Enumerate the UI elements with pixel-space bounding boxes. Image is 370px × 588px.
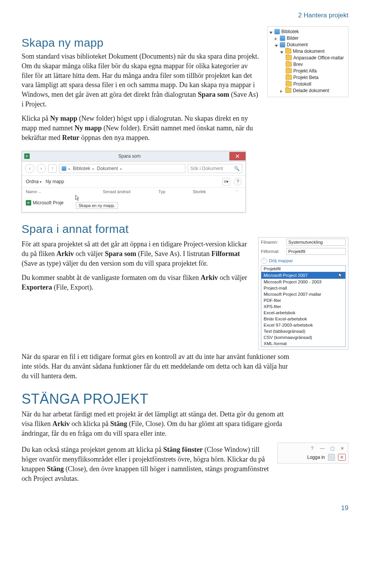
search-placeholder: Sök i Dokument	[190, 166, 223, 171]
twisty-icon[interactable]	[275, 36, 278, 40]
cursor-icon	[75, 195, 80, 201]
text-bold: Arkiv	[52, 420, 70, 428]
page-number: 19	[22, 504, 348, 512]
format-option[interactable]: Excel 97-2003-arbetsbok	[261, 322, 345, 328]
search-icon: 🔍	[234, 166, 240, 171]
tooltip: Skapa en ny mapp.	[76, 202, 118, 209]
help-icon[interactable]: ?	[234, 178, 242, 185]
para: För att spara projektet så att det går a…	[22, 239, 251, 268]
folder-icon	[286, 62, 292, 67]
folder-icon	[286, 75, 292, 80]
tree-item[interactable]: Bilder	[287, 35, 299, 41]
hide-folders-button[interactable]: ⌃Dölj mappar	[259, 256, 348, 265]
twisty-icon[interactable]	[275, 43, 278, 46]
folder-icon	[285, 49, 291, 54]
breadcrumb[interactable]: ▸ Bibliotek ▸ Dokument ▸	[59, 164, 185, 173]
tree-root[interactable]: Bibliotek	[281, 29, 299, 34]
text: öppnas den nya mappen.	[79, 134, 150, 142]
chevron-icon: ▸	[92, 167, 94, 171]
cursor-icon	[338, 273, 343, 278]
format-option[interactable]: XML-format	[261, 340, 345, 347]
tree-item[interactable]: Projekt Alfa	[293, 68, 317, 74]
text-bold: Stäng fönster	[163, 446, 203, 453]
format-option[interactable]: Text (tabbavgränsad)	[261, 328, 345, 334]
folder-icon	[285, 88, 291, 93]
text-bold: Spara som	[198, 91, 229, 98]
tree-item[interactable]: Projekt Beta	[293, 75, 318, 80]
nav-pane-label: Microsoft Proje	[33, 200, 64, 206]
file-format-panel: Filnamn: Systemutveckling Filformat: Pro…	[258, 237, 348, 350]
heading-stanga-projekt: STÄNGA PROJEKT	[22, 391, 348, 407]
minimize-icon[interactable]: —	[319, 445, 326, 452]
tree-item[interactable]: Brev	[293, 62, 303, 67]
up-button[interactable]: ↑	[48, 164, 57, 173]
back-button[interactable]: ‹	[25, 164, 34, 173]
format-option[interactable]: Microsoft Project 2000 - 2003	[261, 279, 345, 285]
column-headers[interactable]: Namn Senast ändrad Typ Storlek ⌃	[22, 188, 246, 195]
col-size[interactable]: Storlek	[193, 189, 230, 194]
filename-field[interactable]: Systemutveckling	[286, 239, 346, 246]
view-button[interactable]: ≡▾	[222, 178, 230, 185]
documents-icon	[280, 42, 285, 47]
scroll-up-icon[interactable]: ⌃	[232, 189, 242, 194]
nav-pane-item[interactable]: P Microsoft Proje	[26, 197, 72, 209]
tree-item[interactable]: Protokoll	[293, 81, 311, 87]
tree-item[interactable]: Delade dokument	[293, 88, 329, 93]
organize-button[interactable]: Ordna	[26, 179, 42, 184]
forward-button[interactable]: ›	[37, 164, 46, 173]
fileformat-label: Filformat:	[261, 249, 284, 254]
format-option-selected[interactable]: Microsoft Project 2007	[261, 272, 345, 279]
text-bold: Arkiv	[200, 274, 218, 281]
text: (Save as type) väljer du den version som…	[22, 259, 208, 267]
project-app-icon: P	[24, 153, 30, 159]
tree-item[interactable]: Dokument	[287, 42, 308, 47]
text: Du kan också stänga projektet genom att …	[22, 446, 163, 453]
format-option[interactable]: CSV (kommaavgränsad)	[261, 334, 345, 340]
save-as-dialog: P Spara som ‹ › ↑ ▸ Bibliotek ▸ Dokument…	[22, 151, 246, 212]
twisty-icon[interactable]	[269, 30, 273, 33]
close-button[interactable]	[229, 152, 246, 160]
chevron-icon: ▸	[120, 167, 122, 171]
col-type[interactable]: Typ	[158, 189, 190, 194]
help-icon[interactable]: ?	[309, 445, 316, 452]
twisty-icon[interactable]	[280, 89, 284, 92]
text-bold: Filformat	[211, 250, 240, 258]
format-option[interactable]: PDF-filer	[261, 297, 345, 303]
text: (File, Save As). I listrutan	[136, 250, 211, 258]
fileformat-dropdown[interactable]: Projektfil Microsoft Project 2007 Micros…	[261, 265, 346, 347]
col-modified[interactable]: Senast ändrad	[103, 189, 156, 194]
avatar-icon[interactable]	[328, 454, 335, 461]
breadcrumb-item[interactable]: Bibliotek	[73, 166, 90, 171]
text-bold: Stäng	[110, 420, 127, 428]
filename-label: Filnamn:	[261, 240, 284, 244]
para: Som standard visas biblioteket Dokument …	[22, 52, 261, 109]
para: När du har arbetat färdigt med ett proje…	[22, 409, 291, 438]
new-folder-button[interactable]: Ny mapp	[45, 179, 64, 184]
text: och klicka på	[70, 420, 110, 428]
format-option[interactable]: Projektfil	[261, 266, 345, 272]
pictures-icon	[280, 35, 285, 41]
format-option[interactable]: Microsoft Project 2007-mallar	[261, 291, 345, 297]
format-option[interactable]: Project-mall	[261, 285, 345, 291]
chevron-icon: ▸	[69, 167, 71, 171]
hide-folders-label: Dölj mappar	[269, 258, 293, 263]
format-option[interactable]: Excel-arbetsbok	[261, 310, 345, 316]
format-option[interactable]: XPS-filer	[261, 303, 345, 310]
para: Klicka på Ny mapp (New folder) högst upp…	[22, 114, 261, 142]
close-window-button[interactable]: ✕	[338, 454, 346, 461]
sign-in-link[interactable]: Logga in	[307, 455, 325, 460]
text-bold: Retur	[62, 134, 79, 142]
format-option[interactable]: Binär Excel-arbetsbok	[261, 316, 345, 322]
col-name[interactable]: Namn	[26, 189, 101, 194]
fileformat-field[interactable]: Projektfil	[286, 248, 346, 255]
tree-item[interactable]: Mina dokument	[293, 49, 325, 54]
breadcrumb-item[interactable]: Dokument	[97, 166, 118, 171]
search-input[interactable]: Sök i Dokument 🔍	[188, 164, 242, 173]
maximize-icon[interactable]: ▢	[329, 445, 336, 452]
tree-item[interactable]: Anpassade Office-mallar	[293, 55, 344, 61]
close-icon[interactable]: ✕	[339, 445, 346, 452]
text: Klicka på	[22, 115, 50, 122]
twisty-icon[interactable]	[280, 49, 284, 53]
text: Du kommer snabbt åt de vanligaste format…	[22, 274, 200, 281]
window-controls-panel: ? — ▢ ✕ Logga in ✕	[278, 443, 348, 463]
